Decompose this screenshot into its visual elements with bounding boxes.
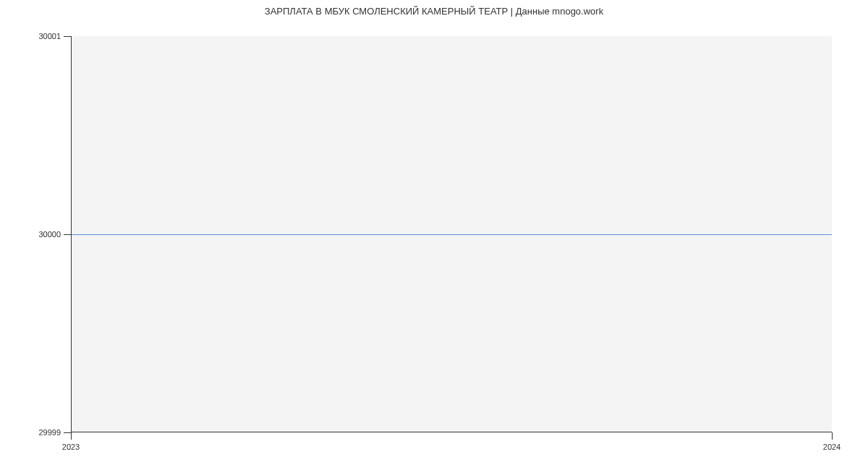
y-tick-label-0: 29999: [32, 428, 61, 437]
x-tick-mark: [832, 432, 833, 440]
y-tick-label-1: 30000: [32, 230, 61, 239]
data-line-series-0: [72, 234, 832, 235]
chart-title: ЗАРПЛАТА В МБУК СМОЛЕНСКИЙ КАМЕРНЫЙ ТЕАТ…: [0, 0, 868, 22]
y-tick-label-2: 30001: [32, 32, 61, 40]
chart-plot-area: [71, 36, 832, 432]
y-tick-mark: [64, 432, 71, 433]
y-tick-mark: [64, 234, 71, 235]
x-tick-label-0: 2023: [62, 443, 80, 451]
y-tick-mark: [64, 36, 71, 37]
x-tick-label-1: 2024: [823, 443, 841, 451]
x-tick-mark: [71, 432, 72, 440]
